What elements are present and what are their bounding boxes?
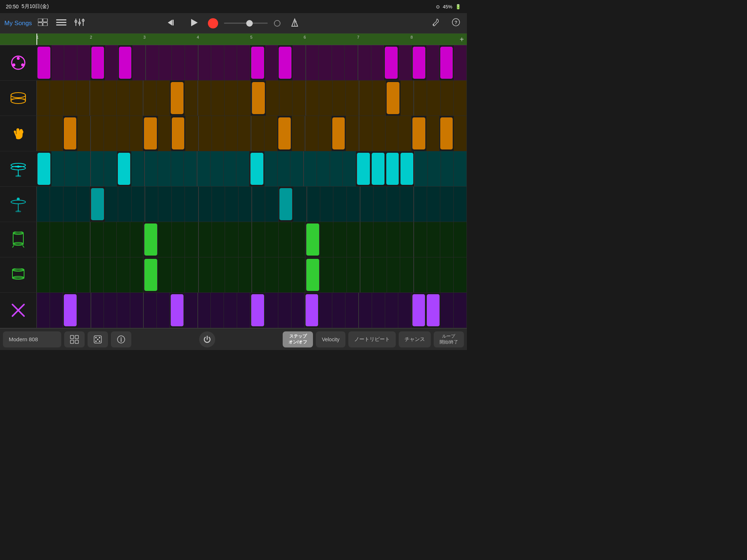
- beat-cell[interactable]: [159, 45, 172, 80]
- beat-cell[interactable]: [345, 45, 358, 80]
- beat-cell[interactable]: [454, 116, 467, 151]
- beat-cell[interactable]: [265, 257, 278, 292]
- beat-cell[interactable]: [252, 187, 265, 222]
- beat-cell[interactable]: [374, 187, 387, 222]
- step-on-off-button[interactable]: ステップ オン/オフ: [283, 331, 313, 347]
- beat-cell[interactable]: [117, 293, 130, 328]
- beat-cell[interactable]: [343, 151, 356, 186]
- beat-cell[interactable]: [130, 257, 143, 292]
- beat-cell[interactable]: [185, 45, 198, 80]
- beat-cell[interactable]: [414, 81, 427, 116]
- beat-cell[interactable]: [290, 151, 303, 186]
- beat-cell[interactable]: [172, 187, 185, 222]
- beat-cell[interactable]: [454, 187, 467, 222]
- beat-cell[interactable]: [237, 45, 250, 80]
- beat-cell[interactable]: [50, 257, 63, 292]
- beat-cell[interactable]: [131, 151, 144, 186]
- wrench-button[interactable]: [430, 17, 442, 30]
- beat-cell[interactable]: [440, 47, 453, 79]
- beat-cell[interactable]: [318, 116, 332, 151]
- beat-cell[interactable]: [91, 188, 104, 220]
- beat-cell[interactable]: [252, 82, 265, 114]
- beat-cell[interactable]: [239, 187, 252, 222]
- beat-cell[interactable]: [319, 45, 332, 80]
- beat-cell[interactable]: [293, 81, 306, 116]
- beat-cell[interactable]: [65, 151, 78, 186]
- beat-cell[interactable]: [252, 257, 265, 292]
- beat-cell[interactable]: [172, 257, 185, 292]
- dice-button[interactable]: [88, 331, 108, 347]
- beat-cell[interactable]: [224, 151, 237, 186]
- beat-cell[interactable]: [265, 293, 278, 328]
- beat-cell[interactable]: [224, 45, 237, 80]
- beat-cell[interactable]: [279, 222, 292, 257]
- beat-cell[interactable]: [279, 188, 293, 220]
- beat-cell[interactable]: [400, 257, 413, 292]
- beat-cell[interactable]: [224, 293, 237, 328]
- beat-cell[interactable]: [225, 222, 238, 257]
- beat-cell[interactable]: [387, 187, 400, 222]
- beat-cell[interactable]: [264, 151, 278, 186]
- beat-cell[interactable]: [118, 187, 131, 222]
- beat-cell[interactable]: [385, 293, 398, 328]
- beat-cell[interactable]: [185, 222, 198, 257]
- beat-cell[interactable]: [63, 187, 77, 222]
- beat-cell[interactable]: [306, 45, 319, 80]
- beat-cell[interactable]: [143, 293, 157, 328]
- beat-cell[interactable]: [158, 222, 171, 257]
- beat-cell[interactable]: [211, 293, 224, 328]
- beat-cell[interactable]: [320, 257, 333, 292]
- beat-cell[interactable]: [144, 151, 158, 186]
- beat-cell[interactable]: [414, 151, 428, 186]
- beat-cell[interactable]: [266, 81, 279, 116]
- beat-cell[interactable]: [51, 151, 65, 186]
- beat-cell[interactable]: [104, 222, 117, 257]
- beat-cell[interactable]: [333, 222, 347, 257]
- beat-cell[interactable]: [130, 222, 143, 257]
- velocity-button[interactable]: Velocity: [316, 331, 345, 347]
- beat-cell[interactable]: [238, 116, 251, 151]
- beat-cell[interactable]: [292, 257, 305, 292]
- beat-cell[interactable]: [132, 187, 145, 222]
- beat-cell[interactable]: [77, 45, 90, 80]
- beat-cell[interactable]: [427, 187, 440, 222]
- beat-cell[interactable]: [306, 259, 320, 291]
- beat-cell[interactable]: [332, 293, 345, 328]
- beat-cell[interactable]: [51, 45, 65, 80]
- beat-cell[interactable]: [359, 293, 372, 328]
- beat-cell[interactable]: [36, 257, 50, 292]
- beat-cell[interactable]: [400, 222, 413, 257]
- rewind-button[interactable]: [164, 16, 180, 30]
- beat-cell[interactable]: [90, 81, 103, 116]
- beat-cell[interactable]: [387, 82, 400, 114]
- beat-cell[interactable]: [90, 222, 104, 257]
- beat-cell[interactable]: [332, 45, 345, 80]
- beat-cell[interactable]: [320, 187, 333, 222]
- beat-cell[interactable]: [103, 81, 116, 116]
- beat-cell[interactable]: [250, 153, 264, 185]
- beat-cell[interactable]: [346, 116, 359, 151]
- beat-cell[interactable]: [264, 116, 278, 151]
- my-songs-label[interactable]: My Songs: [4, 20, 32, 27]
- beat-cell[interactable]: [171, 294, 184, 326]
- beat-cell[interactable]: [185, 81, 198, 116]
- beat-cell[interactable]: [198, 222, 212, 257]
- beat-cell[interactable]: [77, 257, 90, 292]
- beat-cell[interactable]: [198, 45, 212, 80]
- beat-cell[interactable]: [198, 81, 211, 116]
- add-section-button[interactable]: +: [460, 35, 464, 43]
- beat-cell[interactable]: [359, 116, 372, 151]
- beat-cell[interactable]: [184, 151, 197, 186]
- beat-cell[interactable]: [77, 187, 90, 222]
- beat-cell[interactable]: [239, 257, 252, 292]
- metronome-button[interactable]: [287, 16, 303, 30]
- beat-cell[interactable]: [428, 151, 441, 186]
- beat-cell[interactable]: [359, 81, 372, 116]
- beat-cell[interactable]: [104, 293, 117, 328]
- beat-cell[interactable]: [90, 151, 104, 186]
- beat-cell[interactable]: [305, 116, 318, 151]
- beat-cell[interactable]: [265, 45, 278, 80]
- beat-cell[interactable]: [36, 81, 50, 116]
- beat-cell[interactable]: [198, 187, 212, 222]
- beat-cell[interactable]: [50, 187, 63, 222]
